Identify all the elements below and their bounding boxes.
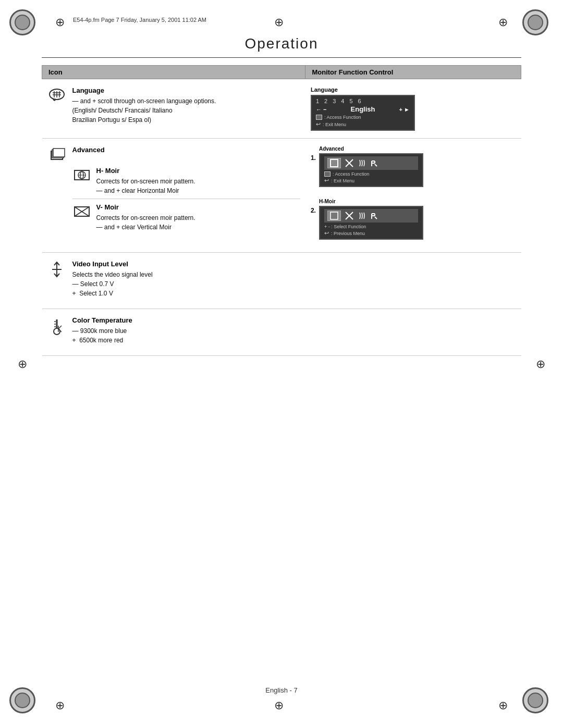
adv-box2-exit: ↩ : Previous Menu [324, 230, 418, 237]
adv-box2-title: H-Moir [319, 199, 423, 204]
video-input-icon [47, 261, 66, 278]
advanced-box-1-row: 1. Advanced [311, 146, 516, 192]
adv-box1-num: 1. [311, 154, 316, 162]
h-moir-content: H- Moir Corrects for on-screen moir patt… [96, 167, 300, 195]
advanced-content: Advanced [72, 146, 300, 156]
svg-rect-24 [331, 212, 338, 219]
reg-mark-top-left [52, 15, 68, 30]
reg-mark-top-mid [271, 15, 287, 30]
v-moir-desc: Corrects for on-screen moir pattern. — a… [96, 213, 300, 232]
reg-mark-mid-right [533, 356, 548, 372]
adv-box1-icon3 [358, 159, 366, 167]
advanced-box-2-row: 2. H-Moir [311, 199, 516, 245]
adv-box2-display: + - : Select Function ↩ : Previous Menu [319, 206, 423, 240]
main-content: Icon Monitor Function Control [42, 65, 521, 356]
color-temp-left-col: Color Temperature — 9300k more blue + 65… [42, 309, 305, 356]
adv-box1-access: : Access Function [324, 171, 418, 177]
table-row-video-input: Video Input Level Selects the video sign… [42, 253, 521, 309]
svg-rect-8 [53, 149, 65, 157]
adv-box-1: Advanced [319, 146, 423, 192]
v-moir-content: V- Moir Corrects for on-screen moir patt… [96, 203, 300, 232]
adv-box1-icons [324, 156, 418, 170]
adv-box2-access: + - : Select Function [324, 224, 418, 229]
svg-line-23 [375, 164, 377, 166]
adv-box1-display: : Access Function ↩ : Exit Menu [319, 153, 423, 187]
adv-box1-exit: ↩ : Exit Menu [324, 177, 418, 184]
svg-rect-16 [331, 159, 338, 167]
svg-line-39 [58, 326, 62, 329]
language-desc: — and + scroll through on-screen languag… [72, 96, 300, 125]
color-temp-desc: — 9300k more blue + 6500k more red [72, 326, 300, 345]
adv-box1-icon1 [327, 158, 341, 168]
reg-mark-top-right [495, 15, 511, 30]
adv-box2-icons [324, 209, 418, 223]
adv-box2-num: 2. [311, 207, 316, 214]
language-access-label: : Access Function [316, 115, 410, 120]
h-moir-icon-row: H- Moir Corrects for on-screen moir patt… [72, 167, 300, 195]
advanced-left-col: Advanced [42, 139, 305, 253]
enter-glyph [316, 115, 322, 120]
adv-box1-title: Advanced [319, 146, 423, 152]
adv-box-2: H-Moir [319, 199, 423, 245]
language-right-col: Language 123456 ← − English + ► : Access… [305, 79, 521, 139]
language-left-col: Language — and + scroll through on-scree… [42, 79, 305, 139]
color-temp-icon-row: Color Temperature — 9300k more blue + 65… [47, 316, 300, 345]
reg-mark-bot-mid [271, 698, 287, 713]
advanced-title: Advanced [72, 146, 300, 154]
table-header: Icon Monitor Function Control [42, 66, 521, 79]
title-underline [42, 57, 521, 58]
h-moir-section: H- Moir Corrects for on-screen moir patt… [72, 167, 300, 232]
color-temp-icon [47, 317, 66, 336]
language-title: Language [72, 87, 300, 94]
file-info: E54-4p.fm Page 7 Friday, January 5, 2001… [73, 17, 206, 23]
advanced-icon-row: Advanced [47, 146, 300, 163]
color-temp-right-col [305, 309, 521, 356]
adv-enter-glyph1 [324, 171, 331, 177]
adv-box1-icon4 [370, 159, 378, 167]
language-icon [47, 88, 66, 102]
adv-box2-icon3 [358, 212, 366, 220]
language-icon-row: Language — and + scroll through on-scree… [47, 87, 300, 125]
v-moir-icon-row: V- Moir Corrects for on-screen moir patt… [72, 203, 300, 232]
reg-mark-bot-right [495, 698, 511, 713]
h-moir-icon [72, 168, 91, 182]
adv-box1-icon2 [345, 159, 353, 167]
language-exit-label: ↩ : Exit Menu [316, 121, 410, 128]
color-temp-title: Color Temperature [72, 316, 300, 324]
advanced-right-col: 1. Advanced [305, 139, 521, 253]
video-input-left-col: Video Input Level Selects the video sign… [42, 253, 305, 309]
video-input-desc: Selects the video signal level — Select … [72, 270, 300, 298]
v-moir-icon [72, 204, 91, 219]
table-row-color-temp: Color Temperature — 9300k more blue + 65… [42, 309, 521, 356]
table-row-language: Language — and + scroll through on-scree… [42, 79, 521, 139]
page-title: Operation [0, 35, 563, 52]
video-input-title: Video Input Level [72, 260, 300, 268]
v-moir-title: V- Moir [96, 203, 300, 211]
language-right-title: Language [311, 87, 516, 93]
advanced-icon [47, 147, 66, 163]
language-numbers: 123456 [316, 98, 410, 104]
function-table: Icon Monitor Function Control [42, 65, 521, 356]
video-input-icon-row: Video Input Level Selects the video sign… [47, 260, 300, 298]
color-temp-content: Color Temperature — 9300k more blue + 65… [72, 316, 300, 345]
header-col-function: Monitor Function Control [305, 66, 521, 79]
language-content: Language — and + scroll through on-scree… [72, 87, 300, 125]
header-col-icon: Icon [42, 66, 305, 79]
page-footer: English - 7 [0, 686, 563, 694]
video-input-right-col [305, 253, 521, 309]
adv-box2-icon4 [370, 212, 378, 220]
language-english-row: ← − English + ► [316, 105, 410, 113]
reg-mark-bot-left [52, 698, 68, 713]
h-moir-desc: Corrects for on-screen moir pattern. — a… [96, 177, 300, 195]
adv-box2-icon1 [327, 211, 341, 221]
svg-line-31 [375, 217, 377, 219]
language-display-box: 123456 ← − English + ► : Access Function… [311, 95, 415, 131]
reg-mark-mid-left [15, 356, 30, 372]
adv-box2-icon2 [345, 212, 353, 220]
table-row-advanced: Advanced [42, 139, 521, 253]
h-moir-title: H- Moir [96, 167, 300, 175]
video-input-content: Video Input Level Selects the video sign… [72, 260, 300, 298]
